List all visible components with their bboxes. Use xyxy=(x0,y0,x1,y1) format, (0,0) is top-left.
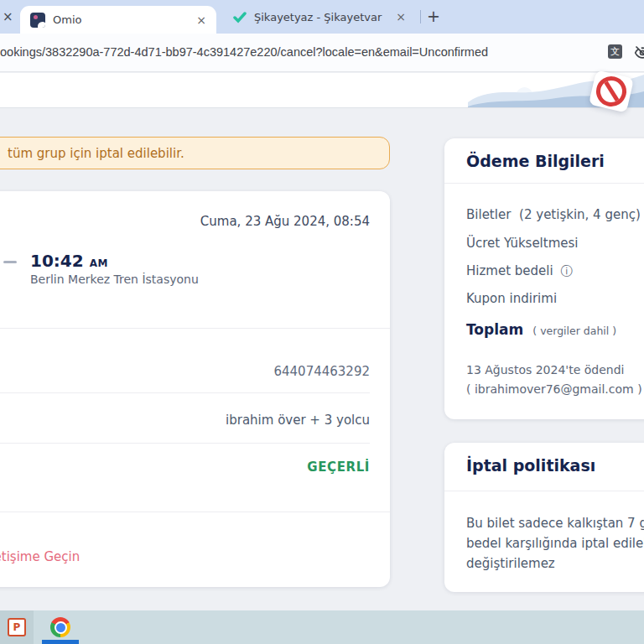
card-divider xyxy=(0,512,390,512)
taskbar-powerpoint-button[interactable]: P xyxy=(0,610,34,644)
timeline-dash-icon xyxy=(3,261,17,263)
taskbar-chrome-button[interactable] xyxy=(48,610,73,644)
payment-row-service-fee: Hizmet bedeli ⓘ xyxy=(466,263,572,279)
info-icon[interactable]: ⓘ xyxy=(560,264,572,278)
total-note: ( vergiler dahil ) xyxy=(532,325,616,337)
tab-omio-title: Omio xyxy=(53,13,190,26)
taskbar: P xyxy=(0,610,644,644)
total-label: Toplam xyxy=(466,321,523,338)
policy-line: bedel karşılığında iptal edilebilir xyxy=(466,533,644,553)
booking-card: Cuma, 23 Ağu 2024, 08:54 10:42 AM Berlin… xyxy=(0,191,390,587)
tab-omio[interactable]: Omio × xyxy=(20,6,216,34)
tab-sikayetvar-close-icon[interactable]: × xyxy=(396,11,406,23)
screen: × Omio × Şikayetyaz - Şikayetvar × + ook… xyxy=(0,0,644,644)
group-cancel-alert: tüm grup için iptal edilebilir. xyxy=(0,137,390,169)
card-divider xyxy=(444,183,644,184)
chrome-icon xyxy=(50,617,70,637)
policy-line: değiştirilemez xyxy=(466,553,644,574)
tab-strip-divider xyxy=(420,10,421,23)
sikayetvar-favicon-icon xyxy=(233,10,247,23)
departure-station: Berlin Merkez Tren İstasyonu xyxy=(30,273,199,286)
cancellation-card-title: İptal politikası xyxy=(466,456,595,475)
cancellation-policy-text: Bu bilet sadece kalkıştan 7 gün bedel ka… xyxy=(466,513,644,574)
tickets-label: Biletler xyxy=(466,207,511,222)
powerpoint-icon: P xyxy=(8,618,26,636)
paid-email: ( ibrahimover76@gmail.com ) xyxy=(466,382,642,396)
password-eye-off-icon[interactable] xyxy=(634,44,644,61)
translate-icon[interactable]: 文 xyxy=(608,44,622,59)
site-header xyxy=(0,73,644,108)
cutoff-tab-close-icon[interactable]: × xyxy=(3,9,13,24)
tickets-detail: (2 yetişkin, 4 genç) xyxy=(519,207,641,222)
chrome-active-indicator xyxy=(42,640,79,644)
url-text[interactable]: ookings/3832290a-772d-4d71-bb97-4c391427… xyxy=(0,45,488,59)
card-divider xyxy=(444,491,644,491)
status-badge: GEÇERLİ xyxy=(307,460,370,475)
address-bar[interactable]: ookings/3832290a-772d-4d71-bb97-4c391427… xyxy=(0,34,644,72)
new-tab-button[interactable]: + xyxy=(427,7,440,25)
departure-time-value: 10:42 xyxy=(30,251,84,271)
browser-tab-strip: × Omio × Şikayetyaz - Şikayetvar × + xyxy=(0,0,644,34)
payment-total-row: Toplam ( vergiler dahil ) xyxy=(466,321,616,338)
card-divider xyxy=(0,392,370,393)
service-fee-label: Hizmet bedeli xyxy=(466,263,553,278)
contact-link[interactable]: İletişime Geçin xyxy=(0,549,80,564)
card-divider xyxy=(0,443,370,444)
paid-on-date: 13 Ağustos 2024'te ödendi xyxy=(466,363,624,377)
payment-row-tickets: Biletler (2 yetişkin, 4 genç) xyxy=(466,207,641,222)
booking-datetime: Cuma, 23 Ağu 2024, 08:54 xyxy=(200,214,370,229)
departure-time: 10:42 AM xyxy=(30,251,108,271)
tab-sikayetvar-title: Şikayetyaz - Şikayetvar xyxy=(254,11,389,23)
policy-line: Bu bilet sadece kalkıştan 7 gün xyxy=(466,513,644,533)
cancellation-policy-card: İptal politikası Bu bilet sadece kalkışt… xyxy=(444,443,644,592)
departure-meridiem: AM xyxy=(90,257,108,269)
passengers-value: ibrahim över + 3 yolcu xyxy=(226,413,370,428)
payment-info-card: Ödeme Bilgileri Biletler (2 yetişkin, 4 … xyxy=(444,138,644,419)
tab-sikayetvar[interactable]: Şikayetyaz - Şikayetvar × xyxy=(223,0,416,34)
booking-number: 644074463292 xyxy=(273,364,370,379)
prohibition-icon xyxy=(593,73,629,109)
alert-text: tüm grup için iptal edilebilir. xyxy=(0,146,184,161)
payment-row-coupon: Kupon indirimi xyxy=(466,291,557,306)
card-divider xyxy=(0,328,390,329)
omio-favicon-icon xyxy=(30,13,45,28)
tab-omio-close-icon[interactable]: × xyxy=(196,14,206,26)
payment-row-fare-upgrade: Ücret Yükseltmesi xyxy=(466,236,579,251)
payment-card-title: Ödeme Bilgileri xyxy=(466,152,605,170)
